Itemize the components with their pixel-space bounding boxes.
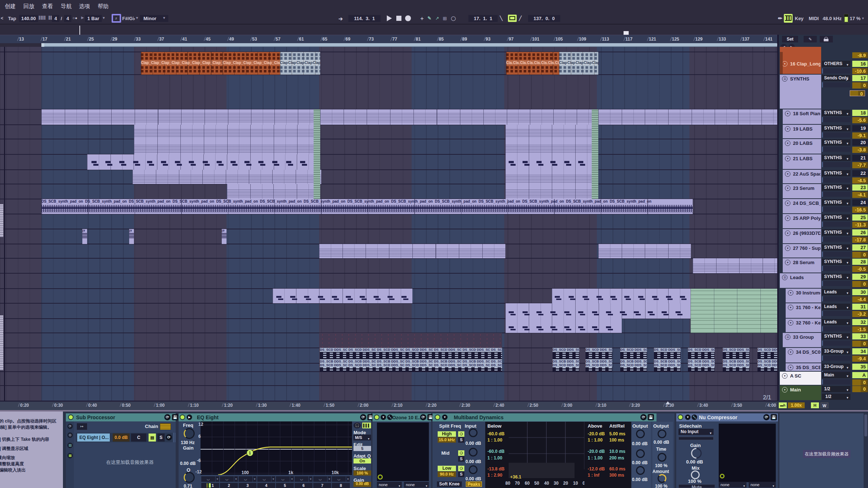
svg-text:1: 1 — [249, 451, 251, 455]
